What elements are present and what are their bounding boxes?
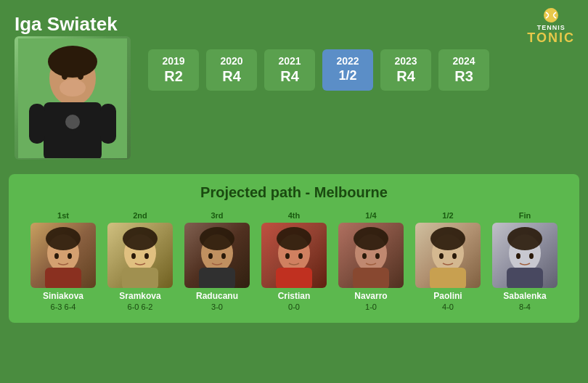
svg-rect-6 [100, 104, 116, 144]
svg-point-27 [277, 227, 311, 250]
svg-point-0 [544, 8, 558, 22]
svg-point-34 [362, 253, 367, 259]
svg-point-24 [208, 253, 213, 259]
player-score-label: 3-0 [211, 302, 223, 311]
player-name-label: Sramkova [119, 291, 160, 301]
svg-rect-33 [353, 268, 389, 288]
svg-rect-23 [199, 268, 235, 288]
player-round-label: 2nd [133, 211, 147, 220]
svg-point-17 [123, 227, 158, 250]
svg-point-22 [200, 227, 234, 250]
round-label: R4 [216, 68, 247, 85]
player-photo-box [261, 223, 327, 288]
player-round-label: 3rd [211, 211, 223, 220]
year-card-2024: 2024 R3 [438, 49, 489, 91]
player-round-label: 1/4 [365, 211, 376, 220]
player-photo-box [107, 223, 173, 288]
year-card-2022: 2022 1/2 [322, 49, 373, 91]
player-round-label: 1/2 [442, 211, 453, 220]
svg-point-44 [516, 253, 520, 259]
player-photo-box [184, 223, 250, 288]
player-score-label: 4-0 [442, 302, 454, 311]
round-label: R4 [274, 68, 305, 85]
path-player-siniakova: 1st Siniakova 6-3 6-4 [27, 211, 99, 311]
path-player-paolini: 1/2 Paolini 4-0 [412, 211, 484, 311]
player-score-label: 6-0 6-2 [128, 302, 153, 311]
player-face-svg [415, 223, 481, 288]
player-photo-box [492, 223, 558, 288]
svg-point-39 [439, 253, 444, 259]
path-players-container: 1st Siniakova 6-3 6-4 2nd [20, 211, 568, 311]
logo-tonic-text: TONIC [527, 31, 575, 44]
svg-point-35 [375, 253, 380, 259]
player-name-label: Raducanu [196, 291, 238, 301]
year-card-2021: 2021 R4 [264, 49, 315, 91]
player-score-label: 8-4 [519, 302, 531, 311]
svg-point-30 [298, 253, 303, 259]
path-player-raducanu: 3rd Raducanu 3-0 [181, 211, 253, 311]
path-player-navarro: 1/4 Navarro 1-0 [335, 211, 407, 311]
svg-point-3 [48, 46, 97, 78]
svg-point-8 [65, 115, 80, 129]
svg-rect-43 [507, 268, 543, 288]
player-name-label: Navarro [354, 291, 387, 301]
projected-title: Projected path - Melbourne [20, 184, 568, 201]
player-photo-box [30, 223, 96, 288]
player-photo-box [415, 223, 481, 288]
svg-point-32 [354, 227, 388, 250]
svg-rect-28 [276, 268, 312, 288]
svg-point-10 [78, 73, 83, 80]
svg-rect-38 [430, 268, 466, 288]
svg-point-12 [46, 227, 81, 250]
svg-point-40 [452, 253, 457, 259]
player-round-label: 4th [288, 211, 301, 220]
year-card-2019: 2019 R2 [148, 49, 199, 91]
player-name: Iga Swiatek [15, 13, 118, 36]
round-label: R4 [391, 68, 421, 85]
player-face-svg [492, 223, 558, 288]
top-section: Iga Swiatek TENNIS TONIC [0, 0, 588, 168]
svg-rect-13 [45, 268, 81, 288]
year-label: 2020 [216, 55, 247, 67]
player-face-svg [107, 223, 173, 288]
svg-rect-4 [44, 102, 102, 158]
year-label: 2022 [332, 55, 363, 67]
svg-point-29 [285, 253, 290, 259]
player-score-label: 1-0 [365, 302, 377, 311]
year-label: 2019 [158, 55, 189, 67]
player-name-label: Cristian [278, 291, 311, 301]
svg-rect-18 [122, 268, 158, 288]
path-player-sramkova: 2nd Sramkova 6-0 6-2 [104, 211, 176, 311]
year-card-2020: 2020 R4 [206, 49, 257, 91]
svg-point-42 [507, 227, 542, 250]
year-label: 2024 [449, 55, 479, 67]
player-name-label: Sabalenka [503, 291, 546, 301]
year-card-2023: 2023 R4 [380, 49, 431, 91]
player-silhouette [18, 38, 127, 158]
tennis-ball-icon [543, 7, 559, 23]
svg-point-9 [62, 73, 68, 80]
svg-point-7 [60, 79, 86, 96]
player-face-svg [30, 223, 96, 288]
svg-point-37 [430, 227, 465, 250]
year-label: 2023 [391, 55, 421, 67]
svg-point-14 [54, 253, 59, 259]
player-face-svg [184, 223, 250, 288]
player-name-label: Paolini [433, 291, 462, 301]
player-round-label: 1st [57, 211, 69, 220]
svg-rect-5 [29, 104, 45, 144]
year-cards-container: 2019 R2 2020 R4 2021 R4 2022 1/2 2023 R4… [148, 49, 489, 91]
svg-point-15 [68, 253, 72, 259]
logo-area: TENNIS TONIC [527, 7, 575, 44]
svg-point-25 [221, 253, 226, 259]
svg-point-19 [131, 253, 136, 259]
bottom-section: Projected path - Melbourne 1st Siniakova… [9, 174, 579, 323]
svg-point-45 [529, 253, 534, 259]
path-player-sabalenka: Fin Sabalenka 8-4 [489, 211, 561, 311]
svg-point-20 [144, 253, 149, 259]
path-player-cristian: 4th Cristian 0-0 [258, 211, 330, 311]
player-face-svg [338, 223, 404, 288]
round-label: R2 [158, 68, 189, 85]
round-label: 1/2 [332, 68, 363, 83]
player-round-label: Fin [519, 211, 531, 220]
